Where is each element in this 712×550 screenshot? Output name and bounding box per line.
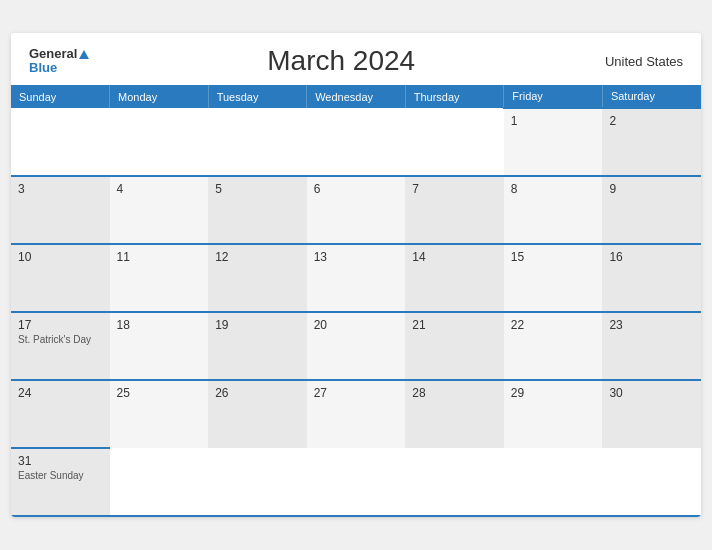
- calendar-day-cell: [307, 108, 406, 176]
- day-number: 1: [511, 114, 596, 128]
- day-number: 2: [609, 114, 694, 128]
- calendar-day-cell: [11, 108, 110, 176]
- day-number: 29: [511, 386, 596, 400]
- weekday-sunday: Sunday: [11, 85, 110, 108]
- calendar-day-cell: 5: [208, 176, 307, 244]
- calendar-day-cell: 25: [110, 380, 209, 448]
- calendar-week-row: 3456789: [11, 176, 701, 244]
- calendar-day-cell: 29: [504, 380, 603, 448]
- day-number: 11: [117, 250, 202, 264]
- calendar-country: United States: [593, 54, 683, 69]
- day-number: 30: [609, 386, 694, 400]
- weekday-wednesday: Wednesday: [307, 85, 406, 108]
- logo-general-text: General: [29, 47, 89, 61]
- day-number: 9: [609, 182, 694, 196]
- calendar-day-cell: 26: [208, 380, 307, 448]
- weekday-saturday: Saturday: [602, 85, 701, 108]
- day-number: 13: [314, 250, 399, 264]
- logo-blue-text: Blue: [29, 61, 89, 75]
- day-number: 19: [215, 318, 300, 332]
- calendar-day-cell: [208, 108, 307, 176]
- calendar-week-row: 31Easter Sunday: [11, 448, 701, 516]
- calendar-day-cell: 2: [602, 108, 701, 176]
- calendar-day-cell: [405, 108, 504, 176]
- day-number: 26: [215, 386, 300, 400]
- calendar-header: General Blue March 2024 United States: [11, 33, 701, 85]
- calendar-day-cell: 22: [504, 312, 603, 380]
- day-number: 10: [18, 250, 103, 264]
- day-number: 23: [609, 318, 694, 332]
- day-number: 22: [511, 318, 596, 332]
- weekday-row: Sunday Monday Tuesday Wednesday Thursday…: [11, 85, 701, 108]
- day-number: 27: [314, 386, 399, 400]
- day-number: 7: [412, 182, 497, 196]
- calendar-day-cell: 23: [602, 312, 701, 380]
- day-number: 5: [215, 182, 300, 196]
- calendar-day-cell: 4: [110, 176, 209, 244]
- calendar-day-cell: 17St. Patrick's Day: [11, 312, 110, 380]
- day-number: 28: [412, 386, 497, 400]
- calendar-day-cell: 10: [11, 244, 110, 312]
- logo: General Blue: [29, 47, 89, 76]
- day-number: 17: [18, 318, 103, 332]
- calendar-day-cell: 14: [405, 244, 504, 312]
- calendar-day-cell: 31Easter Sunday: [11, 448, 110, 516]
- calendar-week-row: 24252627282930: [11, 380, 701, 448]
- calendar-day-cell: 28: [405, 380, 504, 448]
- calendar-day-cell: 21: [405, 312, 504, 380]
- calendar-day-cell: [504, 448, 603, 516]
- calendar-day-cell: 16: [602, 244, 701, 312]
- calendar-day-cell: [602, 448, 701, 516]
- weekday-friday: Friday: [504, 85, 603, 108]
- day-number: 16: [609, 250, 694, 264]
- calendar-day-cell: 30: [602, 380, 701, 448]
- weekday-monday: Monday: [110, 85, 209, 108]
- day-number: 31: [18, 454, 103, 468]
- day-event: Easter Sunday: [18, 470, 103, 481]
- day-event: St. Patrick's Day: [18, 334, 103, 345]
- calendar-weekday-header: Sunday Monday Tuesday Wednesday Thursday…: [11, 85, 701, 108]
- calendar-day-cell: 9: [602, 176, 701, 244]
- calendar-day-cell: 20: [307, 312, 406, 380]
- calendar-week-row: 12: [11, 108, 701, 176]
- calendar-day-cell: 11: [110, 244, 209, 312]
- calendar-day-cell: [110, 108, 209, 176]
- day-number: 25: [117, 386, 202, 400]
- day-number: 18: [117, 318, 202, 332]
- day-number: 24: [18, 386, 103, 400]
- calendar-day-cell: 27: [307, 380, 406, 448]
- day-number: 8: [511, 182, 596, 196]
- weekday-tuesday: Tuesday: [208, 85, 307, 108]
- calendar-day-cell: 13: [307, 244, 406, 312]
- logo-triangle-icon: [79, 50, 89, 59]
- calendar-body: 1234567891011121314151617St. Patrick's D…: [11, 108, 701, 516]
- calendar-day-cell: 1: [504, 108, 603, 176]
- calendar-grid: Sunday Monday Tuesday Wednesday Thursday…: [11, 85, 701, 517]
- day-number: 21: [412, 318, 497, 332]
- calendar-day-cell: 12: [208, 244, 307, 312]
- calendar-day-cell: [110, 448, 209, 516]
- day-number: 12: [215, 250, 300, 264]
- calendar-day-cell: [307, 448, 406, 516]
- weekday-thursday: Thursday: [405, 85, 504, 108]
- calendar-container: General Blue March 2024 United States Su…: [11, 33, 701, 517]
- day-number: 4: [117, 182, 202, 196]
- day-number: 14: [412, 250, 497, 264]
- calendar-day-cell: [405, 448, 504, 516]
- day-number: 6: [314, 182, 399, 196]
- day-number: 20: [314, 318, 399, 332]
- calendar-day-cell: 7: [405, 176, 504, 244]
- calendar-day-cell: 8: [504, 176, 603, 244]
- day-number: 3: [18, 182, 103, 196]
- calendar-day-cell: 18: [110, 312, 209, 380]
- calendar-week-row: 17St. Patrick's Day181920212223: [11, 312, 701, 380]
- calendar-day-cell: 3: [11, 176, 110, 244]
- calendar-day-cell: 19: [208, 312, 307, 380]
- calendar-title: March 2024: [89, 45, 593, 77]
- calendar-day-cell: 24: [11, 380, 110, 448]
- calendar-day-cell: [208, 448, 307, 516]
- day-number: 15: [511, 250, 596, 264]
- calendar-day-cell: 6: [307, 176, 406, 244]
- calendar-week-row: 10111213141516: [11, 244, 701, 312]
- calendar-day-cell: 15: [504, 244, 603, 312]
